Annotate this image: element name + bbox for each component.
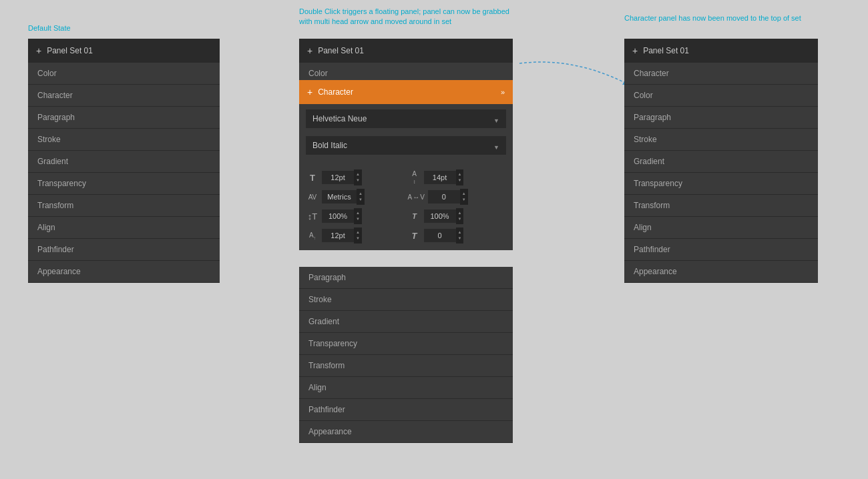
vertical-scale-up[interactable]: ▲: [354, 210, 362, 216]
right-item-transform[interactable]: Transform: [624, 195, 818, 217]
baseline-shift-input[interactable]: [322, 229, 354, 242]
floating-character-panel: + Character » Helvetica Neue Bold Italic…: [299, 80, 513, 250]
right-item-paragraph[interactable]: Paragraph: [624, 107, 818, 129]
font-size-input[interactable]: [322, 171, 354, 184]
left-item-transparency[interactable]: Transparency: [28, 173, 220, 195]
italic-skew-row: T ▲ ▼: [408, 227, 507, 244]
right-panel-add-icon[interactable]: +: [632, 45, 638, 56]
floating-header-left: + Character: [307, 87, 353, 97]
tracking-input[interactable]: [428, 190, 460, 203]
left-item-paragraph[interactable]: Paragraph: [28, 107, 220, 129]
baseline-shift-down[interactable]: ▼: [354, 235, 362, 242]
vertical-scale-down[interactable]: ▼: [354, 216, 362, 222]
leading-input[interactable]: [424, 171, 456, 184]
right-item-color[interactable]: Color: [624, 85, 818, 107]
left-item-stroke[interactable]: Stroke: [28, 129, 220, 151]
font-select-section: Helvetica Neue Bold Italic: [299, 104, 513, 165]
font-size-icon: T: [306, 173, 319, 183]
controls-grid: T ▲ ▼ A↕ ▲ ▼ AV: [299, 165, 513, 250]
center-item-pathfinder[interactable]: Pathfinder: [299, 399, 513, 421]
font-family-select[interactable]: Helvetica Neue: [306, 109, 506, 128]
center-item-appearance[interactable]: Appearance: [299, 421, 513, 443]
tracking-spinner[interactable]: ▲ ▼: [460, 189, 468, 205]
horizontal-scale-down[interactable]: ▼: [456, 216, 464, 222]
tracking-up[interactable]: ▲: [460, 191, 468, 197]
vertical-scale-spinner[interactable]: ▲ ▼: [354, 208, 362, 224]
tracking-control: ▲ ▼: [428, 189, 468, 205]
left-panel-add-icon[interactable]: +: [36, 45, 41, 56]
kerning-row: AV ▲ ▼: [306, 189, 405, 205]
tracking-row: A↔V ▲ ▼: [408, 189, 507, 205]
kerning-icon: AV: [306, 193, 319, 201]
left-item-gradient[interactable]: Gradient: [28, 151, 220, 173]
leading-up[interactable]: ▲: [456, 171, 464, 177]
center-panel-title: Panel Set 01: [318, 46, 364, 55]
double-click-note: Double Click triggers a floating panel; …: [299, 7, 513, 27]
italic-skew-control: ▲ ▼: [424, 227, 464, 244]
floating-panel-header[interactable]: + Character »: [299, 80, 513, 104]
baseline-shift-spinner[interactable]: ▲ ▼: [354, 227, 362, 244]
left-item-appearance[interactable]: Appearance: [28, 261, 220, 283]
kerning-spinner[interactable]: ▲ ▼: [357, 189, 365, 205]
horizontal-scale-up[interactable]: ▲: [456, 210, 464, 216]
font-size-spinner[interactable]: ▲ ▼: [354, 169, 362, 185]
left-panel-header: + Panel Set 01: [28, 39, 220, 63]
right-item-character[interactable]: Character: [624, 63, 818, 85]
kerning-input[interactable]: [322, 190, 357, 203]
right-item-gradient[interactable]: Gradient: [624, 151, 818, 173]
horizontal-scale-icon: T: [408, 212, 421, 220]
center-item-transparency[interactable]: Transparency: [299, 333, 513, 355]
center-panel-header: + Panel Set 01: [299, 39, 513, 63]
left-panel: + Panel Set 01 Color Character Paragraph…: [28, 39, 220, 283]
right-item-stroke[interactable]: Stroke: [624, 129, 818, 151]
default-state-label: Default State: [28, 23, 71, 33]
left-item-transform[interactable]: Transform: [28, 195, 220, 217]
left-item-align[interactable]: Align: [28, 217, 220, 239]
font-size-down[interactable]: ▼: [354, 177, 362, 183]
horizontal-scale-spinner[interactable]: ▲ ▼: [456, 208, 464, 224]
left-item-color[interactable]: Color: [28, 63, 220, 85]
left-item-character[interactable]: Character: [28, 85, 220, 107]
vertical-scale-control: ▲ ▼: [322, 208, 362, 224]
kerning-down[interactable]: ▼: [357, 197, 365, 203]
center-item-transform[interactable]: Transform: [299, 355, 513, 377]
right-panel: + Panel Set 01 Character Color Paragraph…: [624, 39, 818, 283]
kerning-up[interactable]: ▲: [357, 191, 365, 197]
font-size-row: T ▲ ▼: [306, 169, 405, 185]
center-item-align[interactable]: Align: [299, 377, 513, 399]
left-panel-title: Panel Set 01: [47, 46, 93, 55]
tracking-down[interactable]: ▼: [460, 197, 468, 203]
right-item-align[interactable]: Align: [624, 217, 818, 239]
collapse-icon[interactable]: »: [501, 88, 505, 96]
italic-skew-input[interactable]: [424, 229, 456, 242]
center-item-gradient[interactable]: Gradient: [299, 311, 513, 333]
italic-skew-up[interactable]: ▲: [456, 229, 464, 235]
vertical-scale-input[interactable]: [322, 209, 354, 223]
left-item-pathfinder[interactable]: Pathfinder: [28, 239, 220, 261]
leading-spinner[interactable]: ▲ ▼: [456, 169, 464, 185]
right-item-pathfinder[interactable]: Pathfinder: [624, 239, 818, 261]
kerning-control: ▲ ▼: [322, 189, 365, 205]
italic-skew-down[interactable]: ▼: [456, 235, 464, 242]
center-panel: + Panel Set 01 Color: [299, 39, 513, 85]
center-item-paragraph[interactable]: Paragraph: [299, 267, 513, 289]
right-item-appearance[interactable]: Appearance: [624, 261, 818, 283]
right-item-transparency[interactable]: Transparency: [624, 173, 818, 195]
center-item-stroke[interactable]: Stroke: [299, 289, 513, 311]
leading-control: ▲ ▼: [424, 169, 464, 185]
font-size-up[interactable]: ▲: [354, 171, 362, 177]
baseline-shift-up[interactable]: ▲: [354, 229, 362, 235]
floating-panel-drag-icon: +: [307, 87, 312, 97]
horizontal-scale-input[interactable]: [424, 209, 456, 223]
center-panel-add-icon[interactable]: +: [307, 45, 312, 56]
center-panel-below: Paragraph Stroke Gradient Transparency T…: [299, 267, 513, 443]
vertical-scale-icon: ↕T: [306, 211, 319, 221]
baseline-shift-icon: A↑: [306, 231, 319, 240]
right-panel-title: Panel Set 01: [643, 46, 689, 55]
vertical-scale-row: ↕T ▲ ▼: [306, 208, 405, 224]
font-size-control: ▲ ▼: [322, 169, 362, 185]
leading-down[interactable]: ▼: [456, 177, 464, 183]
floating-panel-title: Character: [318, 87, 353, 97]
italic-skew-spinner[interactable]: ▲ ▼: [456, 227, 464, 244]
font-style-select[interactable]: Bold Italic: [306, 136, 506, 155]
